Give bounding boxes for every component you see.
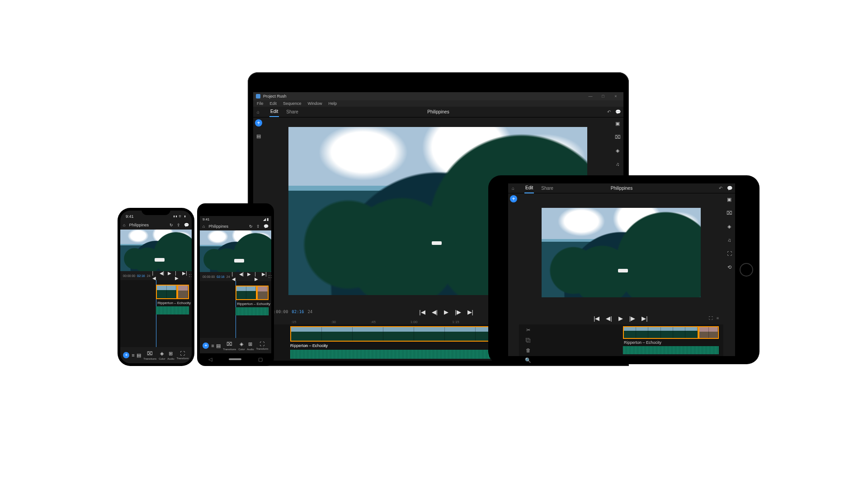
step-forward-button[interactable]: |▶ xyxy=(175,271,179,281)
audio-clip[interactable] xyxy=(236,307,269,315)
trash-icon[interactable]: 🗑 xyxy=(526,347,531,353)
audio-clip[interactable] xyxy=(623,346,719,354)
transform-icon[interactable]: ⟲ xyxy=(726,264,732,270)
audio-icon[interactable]: ♫ xyxy=(726,237,732,243)
audio-button[interactable]: ⊞Audio xyxy=(247,341,254,351)
tab-edit[interactable]: Edit xyxy=(524,183,534,193)
color-icon[interactable]: ◈ xyxy=(726,223,732,230)
step-forward-button[interactable]: |▶ xyxy=(629,315,635,322)
video-preview[interactable] xyxy=(200,230,271,272)
tab-share[interactable]: Share xyxy=(285,107,299,117)
audio-icon[interactable]: ♫ xyxy=(614,161,621,167)
color-button[interactable]: ◈Color xyxy=(159,351,165,360)
menu-file[interactable]: File xyxy=(257,101,264,106)
nav-recent-button[interactable]: ▢ xyxy=(258,357,263,362)
tracks-button[interactable]: ≡ xyxy=(132,352,134,358)
goto-end-button[interactable]: ▶| xyxy=(642,315,647,322)
video-clip-1[interactable] xyxy=(156,285,177,299)
play-button[interactable]: ▶ xyxy=(168,271,171,281)
goto-start-button[interactable]: |◀ xyxy=(152,271,156,281)
export-icon[interactable]: ⇪ xyxy=(177,223,180,227)
menu-sequence[interactable]: Sequence xyxy=(283,101,302,106)
timeline[interactable]: ✂ ⿻ 🗑 🔍 ⚑ Ripperton – Echocity xyxy=(519,324,723,356)
project-panel-icon[interactable]: ▤ xyxy=(255,133,262,139)
nav-back-button[interactable]: ◁ xyxy=(208,357,212,362)
home-icon[interactable]: ⌂ xyxy=(257,109,263,114)
color-button[interactable]: ◈Color xyxy=(238,341,245,351)
tab-edit[interactable]: Edit xyxy=(269,107,279,117)
minimize-button[interactable]: — xyxy=(585,94,595,99)
transform-button[interactable]: ⛶Transform xyxy=(256,341,268,350)
crop-icon[interactable]: ⛶ xyxy=(726,250,732,257)
step-back-button[interactable]: ◀| xyxy=(160,271,165,281)
transitions-button[interactable]: ⌧Transitions xyxy=(143,351,156,360)
zoom-icon[interactable]: 🔍 xyxy=(525,357,531,363)
undo-icon[interactable]: ↶ xyxy=(607,109,611,114)
goto-start-button[interactable]: |◀ xyxy=(594,315,599,322)
layers-button[interactable]: ▤ xyxy=(216,343,221,349)
video-clip-2[interactable] xyxy=(177,285,189,299)
fullscreen-icon[interactable]: ⛶ xyxy=(269,275,272,278)
transitions-icon[interactable]: ⌧ xyxy=(614,134,621,140)
video-clip-1[interactable] xyxy=(236,286,257,300)
chat-icon[interactable]: 💬 xyxy=(727,186,732,191)
fullscreen-icon[interactable]: ⛶ xyxy=(189,274,192,277)
step-forward-button[interactable]: |▶ xyxy=(455,309,461,315)
cut-icon[interactable]: ✂ xyxy=(526,327,530,333)
transitions-button[interactable]: ⌧Transitions xyxy=(223,341,236,351)
chat-icon[interactable]: 💬 xyxy=(615,109,621,114)
goto-end-button[interactable]: ▶| xyxy=(182,271,187,281)
menu-window[interactable]: Window xyxy=(308,101,322,106)
play-button[interactable]: ▶ xyxy=(247,272,251,282)
nav-home-button[interactable] xyxy=(229,358,241,360)
tracks-button[interactable]: ≡ xyxy=(211,343,214,348)
transitions-icon[interactable]: ⌧ xyxy=(726,210,732,216)
layers-button[interactable]: ▤ xyxy=(137,352,141,358)
close-button[interactable]: × xyxy=(611,94,621,99)
step-back-button[interactable]: ◀| xyxy=(606,315,612,322)
transform-button[interactable]: ⛶Transform xyxy=(176,351,189,360)
video-clip-2[interactable] xyxy=(257,286,269,300)
home-icon[interactable]: ⌂ xyxy=(512,186,518,191)
goto-end-button[interactable]: ▶| xyxy=(262,272,267,282)
titles-icon[interactable]: ▣ xyxy=(614,120,621,127)
play-button[interactable]: ▶ xyxy=(618,315,623,322)
color-icon[interactable]: ◈ xyxy=(614,147,621,154)
fullscreen-icon[interactable]: ⛶ xyxy=(709,316,713,320)
tab-share[interactable]: Share xyxy=(540,183,554,193)
video-clip-1[interactable] xyxy=(290,326,507,342)
chat-icon[interactable]: 💬 xyxy=(264,224,269,229)
play-button[interactable]: ▶ xyxy=(444,309,448,315)
home-icon[interactable]: ⌂ xyxy=(123,223,125,227)
audio-clip[interactable] xyxy=(156,306,189,314)
share-icon[interactable]: ⇪ xyxy=(256,224,260,229)
timeline[interactable]: Ripperton – Echocity xyxy=(120,280,192,347)
step-forward-button[interactable]: |▶ xyxy=(255,272,258,282)
goto-start-button[interactable]: |◀ xyxy=(419,309,425,315)
add-media-button[interactable]: + xyxy=(123,352,129,358)
menu-edit[interactable]: Edit xyxy=(270,101,277,106)
step-back-button[interactable]: ◀| xyxy=(432,309,438,315)
titles-icon[interactable]: ▣ xyxy=(726,196,732,202)
maximize-button[interactable]: □ xyxy=(598,94,608,99)
tablet-home-button[interactable] xyxy=(740,263,753,277)
duplicate-icon[interactable]: ⿻ xyxy=(526,338,531,343)
step-back-button[interactable]: ◀| xyxy=(239,272,244,282)
audio-button[interactable]: ⊞Audio xyxy=(167,351,174,360)
menu-icon[interactable]: ≡ xyxy=(717,316,719,320)
add-media-button[interactable]: + xyxy=(255,119,262,127)
add-media-button[interactable]: + xyxy=(510,195,517,202)
chat-icon[interactable]: 💬 xyxy=(184,223,189,227)
timeline[interactable]: Ripperton – Echocity xyxy=(200,281,271,338)
refresh-icon[interactable]: ↻ xyxy=(249,224,253,229)
undo-icon[interactable]: ↶ xyxy=(719,186,722,191)
video-preview[interactable] xyxy=(519,193,723,312)
goto-start-button[interactable]: |◀ xyxy=(232,272,236,282)
refresh-icon[interactable]: ↻ xyxy=(170,223,173,227)
video-preview[interactable] xyxy=(120,230,192,271)
video-clip-1[interactable] xyxy=(623,326,698,339)
add-media-button[interactable]: + xyxy=(203,343,209,349)
menu-help[interactable]: Help xyxy=(329,101,337,106)
home-icon[interactable]: ⌂ xyxy=(203,224,205,229)
goto-end-button[interactable]: ▶| xyxy=(467,309,473,315)
